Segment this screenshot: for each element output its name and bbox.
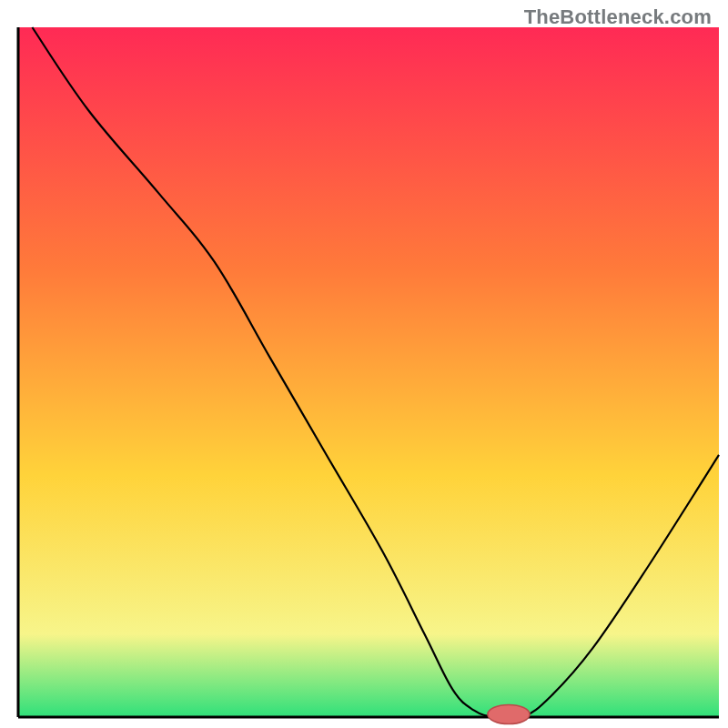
gradient-background	[18, 27, 719, 717]
bottleneck-chart	[0, 0, 728, 728]
optimal-point-marker	[488, 704, 530, 723]
chart-container: TheBottleneck.com	[0, 0, 728, 728]
